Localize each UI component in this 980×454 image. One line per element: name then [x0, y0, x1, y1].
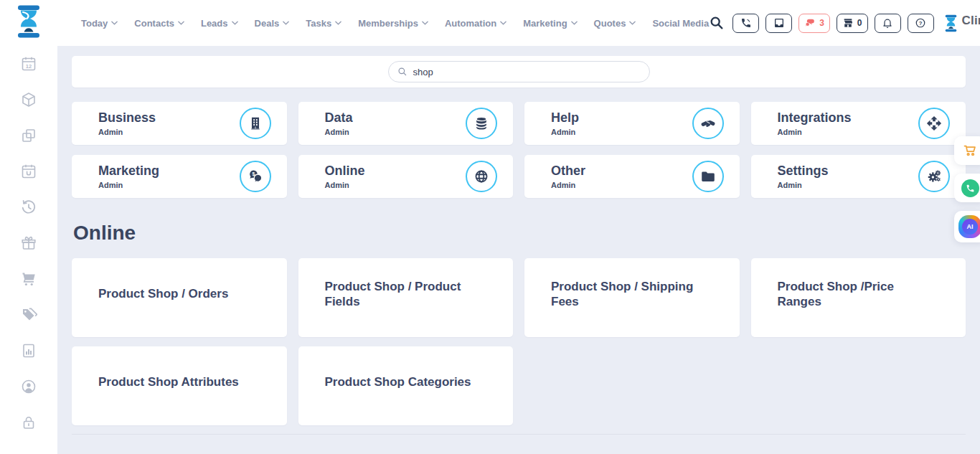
phone-button[interactable]	[732, 14, 759, 33]
move-arrows-icon	[918, 108, 950, 139]
nav-item-automation[interactable]: Automation	[445, 18, 507, 29]
search-input[interactable]	[413, 67, 641, 77]
category-subtitle: Admin	[551, 128, 579, 136]
result-card-attributes[interactable]: Product Shop Attributes	[72, 346, 287, 425]
search-panel	[72, 56, 966, 88]
chat-badge: 3	[819, 18, 824, 28]
result-card-orders[interactable]: Product Shop / Orders	[72, 258, 287, 337]
nav-item-today[interactable]: Today	[81, 18, 118, 29]
nav-label: Social Media	[652, 18, 709, 29]
nav-label: Quotes	[594, 18, 626, 29]
section-end-divider	[72, 434, 966, 435]
category-card-integrations[interactable]: Integrations Admin	[751, 102, 966, 145]
brand-tagline: TEN STEPS AHEAD	[962, 27, 980, 32]
main-nav: Today Contacts Leads Deals Tasks Members…	[81, 18, 709, 29]
category-title: Marketing	[98, 164, 159, 179]
sidebar-cart-icon[interactable]	[20, 270, 37, 288]
left-sidebar: 12	[0, 46, 57, 454]
category-subtitle: Admin	[778, 128, 852, 136]
sidebar-report-icon[interactable]	[20, 342, 37, 359]
phone-icon	[740, 17, 752, 29]
nav-item-marketing[interactable]: Marketing	[523, 18, 577, 29]
category-text: Settings Admin	[778, 164, 829, 189]
help-button[interactable]: ?	[908, 14, 934, 33]
header-actions: 3 0 ? ClinicSoftware.com TEN STEPS AHEAD	[709, 11, 980, 35]
category-card-online[interactable]: Online Admin	[298, 155, 514, 198]
category-card-settings[interactable]: Settings Admin	[751, 155, 966, 198]
category-card-data[interactable]: Data Admin	[298, 102, 514, 145]
app-logo-hourglass-icon[interactable]	[14, 4, 43, 42]
result-card-shipping-fees[interactable]: Product Shop / Shipping Fees	[524, 258, 740, 337]
chat-bubbles-icon	[804, 17, 816, 29]
category-title: Online	[325, 164, 365, 179]
chevron-down-icon	[422, 21, 428, 25]
nav-label: Contacts	[134, 18, 174, 29]
nav-label: Tasks	[306, 18, 331, 29]
category-title: Business	[98, 110, 156, 126]
nav-item-memberships[interactable]: Memberships	[358, 18, 428, 29]
sidebar-cube-icon[interactable]	[20, 91, 37, 108]
inbox-button[interactable]	[765, 14, 792, 33]
main-content: Business Admin Data Admin Help Admin	[57, 46, 980, 454]
floating-whatsapp-button[interactable]	[954, 174, 980, 202]
question-icon: ?	[915, 17, 926, 29]
bell-icon	[882, 17, 893, 29]
category-card-other[interactable]: Other Admin	[524, 155, 740, 198]
chevron-down-icon	[178, 21, 184, 25]
cart-icon	[962, 143, 978, 159]
category-card-marketing[interactable]: Marketing Admin $	[72, 155, 287, 198]
category-title: Settings	[778, 164, 829, 179]
notifications-button[interactable]	[875, 14, 901, 33]
nav-label: Today	[81, 18, 108, 29]
category-title: Help	[551, 110, 579, 126]
category-text: Integrations Admin	[778, 110, 852, 136]
sidebar-tags-icon[interactable]	[20, 306, 37, 323]
nav-item-contacts[interactable]: Contacts	[134, 18, 184, 29]
sidebar-history-icon[interactable]	[20, 199, 37, 216]
sidebar-lock-icon[interactable]	[20, 414, 37, 431]
chevron-down-icon	[232, 21, 238, 25]
sidebar-copy-icon[interactable]	[20, 127, 37, 144]
nav-item-social-media[interactable]: Social Media	[652, 18, 709, 29]
sidebar-gift-icon[interactable]	[20, 235, 37, 252]
result-card-label: Product Shop Attributes	[98, 374, 239, 389]
category-text: Marketing Admin	[98, 164, 159, 189]
category-card-business[interactable]: Business Admin	[72, 102, 287, 145]
nav-item-leads[interactable]: Leads	[201, 18, 238, 29]
result-card-price-ranges[interactable]: Product Shop /Price Ranges	[751, 258, 966, 337]
svg-text:12: 12	[26, 63, 32, 70]
category-subtitle: Admin	[98, 181, 159, 189]
ai-label: AI	[962, 219, 978, 235]
clinicsoftware-logo[interactable]: ClinicSoftware.com TEN STEPS AHEAD	[943, 14, 980, 32]
chevron-down-icon	[335, 21, 341, 25]
search-icon[interactable]	[709, 15, 725, 31]
sidebar-user-icon[interactable]	[20, 378, 37, 395]
section-title: Online	[73, 222, 966, 245]
top-header: Today Contacts Leads Deals Tasks Members…	[0, 0, 980, 46]
nav-item-tasks[interactable]: Tasks	[306, 18, 341, 29]
chat-button[interactable]: 3	[798, 14, 830, 33]
sidebar-calendar-event-icon[interactable]	[20, 163, 37, 180]
category-text: Business Admin	[98, 110, 156, 136]
sidebar-calendar-12-icon[interactable]: 12	[20, 55, 37, 72]
category-card-help[interactable]: Help Admin	[524, 102, 740, 145]
nav-item-deals[interactable]: Deals	[255, 18, 290, 29]
floating-ai-button[interactable]: AI	[954, 211, 980, 242]
floating-cart-button[interactable]	[954, 136, 980, 165]
result-card-label: Product Shop Categories	[325, 374, 471, 389]
svg-text:?: ?	[919, 20, 923, 27]
category-title: Integrations	[778, 110, 852, 126]
category-subtitle: Admin	[325, 128, 353, 136]
result-card-product-fields[interactable]: Product Shop / Product Fields	[298, 258, 514, 337]
building-icon	[240, 108, 271, 139]
chevron-down-icon	[500, 21, 507, 25]
result-card-categories[interactable]: Product Shop Categories	[298, 346, 514, 425]
nav-label: Leads	[201, 18, 228, 29]
category-text: Online Admin	[325, 164, 365, 189]
result-grid: Product Shop / Orders Product Shop / Pro…	[72, 258, 966, 425]
store-button[interactable]: 0	[837, 14, 868, 33]
whatsapp-icon	[961, 179, 979, 197]
nav-item-quotes[interactable]: Quotes	[594, 18, 636, 29]
search-input-icon	[397, 67, 407, 77]
result-card-label: Product Shop / Product Fields	[325, 279, 479, 310]
